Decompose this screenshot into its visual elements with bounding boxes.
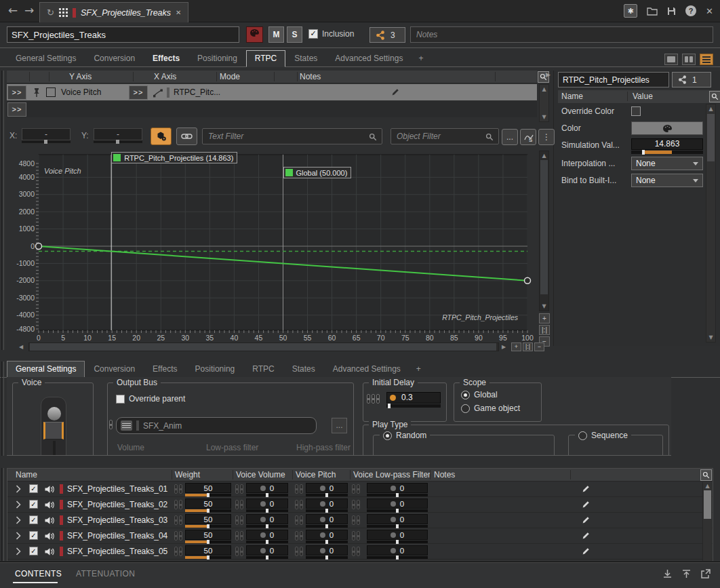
simulation-value-slider[interactable] bbox=[631, 151, 703, 154]
value-slider[interactable] bbox=[185, 541, 231, 543]
value-slider[interactable] bbox=[246, 494, 288, 496]
contents-scrollbar[interactable]: ▲ bbox=[702, 482, 712, 561]
save-icon[interactable] bbox=[667, 7, 676, 16]
sharesets-button[interactable]: 3 bbox=[369, 27, 405, 43]
object-filter-input[interactable] bbox=[391, 128, 499, 144]
document-tab[interactable]: ↻ SFX_Projectiles_Treaks ✕ bbox=[39, 2, 188, 22]
notes-input[interactable] bbox=[410, 26, 713, 43]
value-slider[interactable] bbox=[306, 556, 348, 559]
link-button[interactable] bbox=[176, 128, 197, 145]
zoom-fit-button[interactable]: |:| bbox=[539, 325, 550, 335]
expand-chevron-icon[interactable] bbox=[16, 532, 21, 540]
scroll-up-icon[interactable]: ▲ bbox=[703, 483, 712, 489]
value-field[interactable]: 0 bbox=[246, 514, 288, 524]
rtpc-parameter-name[interactable] bbox=[558, 72, 669, 87]
table-row[interactable]: ✓SFX_Projectiles_Treaks_0550000 bbox=[7, 544, 713, 560]
bind-builtin-dropdown[interactable]: None bbox=[631, 174, 703, 187]
curve-point-1[interactable] bbox=[525, 277, 531, 283]
scroll-up-icon[interactable]: ▲ bbox=[706, 106, 715, 112]
value-field[interactable]: 0 bbox=[367, 530, 428, 540]
value-field[interactable]: 50 bbox=[185, 483, 231, 493]
expand-chevron-icon[interactable] bbox=[16, 485, 21, 493]
override-color-checkbox[interactable] bbox=[631, 106, 641, 116]
rtpc-curve-row[interactable]: >> Voice Pitch >> RTPC_Pitc... bbox=[7, 84, 537, 100]
value-slider[interactable] bbox=[185, 494, 231, 496]
scope-global-option[interactable]: Global bbox=[461, 390, 498, 399]
single-pane-icon[interactable] bbox=[664, 54, 678, 65]
curve-point-0[interactable] bbox=[36, 243, 42, 250]
scroll-down-icon[interactable]: ▼ bbox=[540, 303, 548, 309]
value-field[interactable]: 0 bbox=[246, 498, 288, 509]
tab-states[interactable]: States bbox=[285, 50, 326, 67]
object-name-input[interactable] bbox=[7, 26, 239, 43]
value-field[interactable]: 0 bbox=[306, 514, 348, 524]
tab-positioning[interactable]: Positioning bbox=[188, 50, 246, 67]
rtpc-curve-graph[interactable]: 480040003000200010000-1000-2000-3000-400… bbox=[7, 151, 551, 353]
curve-color-swatch[interactable] bbox=[46, 87, 56, 97]
table-row[interactable]: ✓SFX_Projectiles_Treaks_0350000 bbox=[7, 513, 713, 528]
h-zoom-fit-button[interactable]: |:| bbox=[523, 342, 533, 351]
radio-game-object[interactable] bbox=[461, 404, 470, 413]
value-field[interactable]: 0 bbox=[306, 483, 348, 493]
scope-gameobject-option[interactable]: Game object bbox=[461, 404, 520, 413]
solo-button[interactable]: S bbox=[287, 26, 302, 43]
value-slider[interactable] bbox=[306, 525, 348, 528]
forward-icon[interactable]: → bbox=[24, 3, 34, 17]
value-field[interactable]: 0 bbox=[367, 545, 428, 555]
tab-rtpc[interactable]: RTPC bbox=[243, 361, 283, 378]
value-field[interactable]: 0 bbox=[306, 530, 348, 540]
value-slider[interactable] bbox=[246, 541, 288, 543]
value-slider[interactable] bbox=[246, 556, 288, 559]
table-row[interactable]: ✓SFX_Projectiles_Treaks_0450000 bbox=[7, 528, 713, 544]
tab-conversion[interactable]: Conversion bbox=[85, 361, 144, 378]
h-zoom-out-button[interactable]: − bbox=[534, 342, 544, 351]
edit-notes-icon[interactable] bbox=[581, 500, 591, 509]
dock-bottom-icon[interactable] bbox=[662, 569, 673, 579]
value-field[interactable]: 50 bbox=[185, 545, 231, 555]
pin-view-icon[interactable]: ✱ bbox=[624, 4, 637, 18]
value-slider[interactable] bbox=[367, 556, 428, 559]
rtpc-share-button[interactable]: 1 bbox=[672, 72, 711, 87]
undock-icon[interactable] bbox=[700, 569, 711, 579]
value-slider[interactable] bbox=[185, 509, 231, 512]
value-slider[interactable] bbox=[306, 494, 348, 496]
include-checkbox[interactable]: ✓ bbox=[29, 484, 38, 493]
color-button[interactable] bbox=[631, 121, 703, 135]
close-tab-icon[interactable]: ✕ bbox=[176, 9, 181, 16]
menu-button[interactable]: ⋮ bbox=[538, 129, 555, 145]
h-zoom-in-button[interactable]: + bbox=[511, 342, 521, 351]
radio-sequence[interactable] bbox=[578, 431, 587, 440]
tab-effects[interactable]: Effects bbox=[144, 361, 186, 378]
tab-attenuation[interactable]: ATTENUATION bbox=[76, 569, 135, 579]
split-pane-icon[interactable] bbox=[682, 54, 696, 65]
table-row[interactable]: ✓SFX_Projectiles_Treaks_0250000 bbox=[7, 497, 713, 513]
value-slider[interactable] bbox=[306, 541, 348, 543]
property-search-button[interactable] bbox=[709, 91, 720, 102]
y-coordinate-slider[interactable] bbox=[94, 140, 142, 143]
tab-effects[interactable]: Effects bbox=[144, 50, 188, 67]
output-bus-field[interactable]: SFX_Anim bbox=[116, 417, 317, 434]
scroll-left-icon[interactable]: ◀ bbox=[19, 344, 23, 350]
include-checkbox[interactable]: ✓ bbox=[29, 500, 38, 509]
expand-chevron-icon[interactable] bbox=[16, 547, 21, 555]
interpolation-dropdown[interactable]: None bbox=[631, 157, 703, 170]
value-field[interactable]: 0 bbox=[367, 498, 428, 509]
value-field[interactable]: 0 bbox=[246, 483, 288, 493]
value-field[interactable]: 0 bbox=[367, 514, 428, 524]
rtpc-add-row[interactable]: >> bbox=[7, 101, 537, 117]
play-type-random-option[interactable]: Random bbox=[380, 431, 430, 440]
tab-states[interactable]: States bbox=[283, 361, 324, 378]
override-parent-checkbox[interactable] bbox=[116, 395, 125, 404]
graph-vertical-scrollbar[interactable]: ▲ ▼ bbox=[539, 151, 549, 311]
tab--[interactable]: + bbox=[409, 361, 428, 378]
edit-notes-icon[interactable] bbox=[581, 515, 591, 525]
rtpc-list-scrollbar[interactable]: ▲ ▼ bbox=[539, 84, 549, 122]
expand-x-button[interactable]: >> bbox=[129, 85, 148, 100]
edit-notes-icon[interactable] bbox=[581, 484, 591, 494]
tab-conversion[interactable]: Conversion bbox=[85, 50, 144, 67]
value-slider[interactable] bbox=[367, 494, 428, 496]
property-scrollbar[interactable]: ▲ ▼ bbox=[706, 104, 716, 342]
open-folder-icon[interactable] bbox=[647, 7, 658, 16]
value-field[interactable]: 50 bbox=[185, 514, 231, 524]
value-slider[interactable] bbox=[185, 525, 231, 528]
